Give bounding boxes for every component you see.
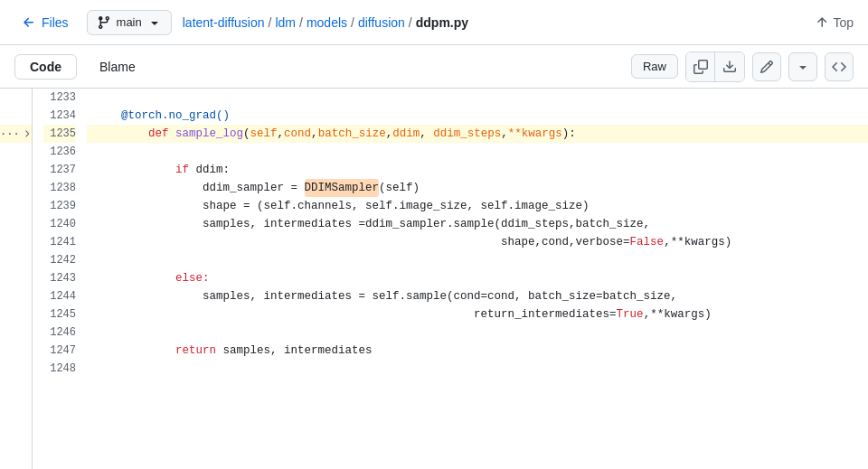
gutter: ··· (0, 89, 33, 469)
code-line-1243: else: (87, 269, 868, 287)
top-bar: Files main latent-diffusion / ldm / mode… (0, 0, 868, 45)
line-num-1248: 1248 (43, 360, 76, 378)
gutter-row (0, 233, 32, 251)
line-num-1233: 1233 (43, 89, 76, 107)
code-line-1239: shape = (self.channels, self.image_size,… (87, 197, 868, 215)
breadcrumb-filename: ddpm.py (416, 15, 468, 30)
arrow-left-icon (22, 15, 36, 30)
breadcrumb: latent-diffusion / ldm / models / diffus… (183, 15, 805, 30)
raw-button[interactable]: Raw (631, 54, 678, 79)
line-num-1243: 1243 (43, 269, 76, 287)
line-num-1244: 1244 (43, 287, 76, 305)
code-line-1236 (87, 143, 868, 161)
code-line-1246 (87, 324, 868, 342)
code-line-1234: @torch.no_grad() (87, 107, 868, 125)
line-num-1239: 1239 (43, 197, 76, 215)
code-line-1242 (87, 251, 868, 269)
code-line-1241: shape,cond,verbose=False,**kwargs) (87, 233, 868, 251)
edit-button[interactable] (752, 52, 781, 81)
breadcrumb-diffusion[interactable]: diffusion (358, 15, 405, 30)
code-line-1245: return_intermediates=True,**kwargs) (87, 305, 868, 324)
toolbar: Code Blame Raw (0, 45, 868, 89)
code-line-1235: def sample_log(self,cond,batch_size,ddim… (87, 125, 868, 143)
expand-icon[interactable] (22, 128, 32, 139)
line-num-1242: 1242 (43, 251, 76, 269)
line-num-1234: 1234 (43, 107, 76, 125)
line-num-1238: 1238 (43, 179, 76, 197)
copy-icon (693, 60, 708, 74)
line-numbers: 1233 1234 1235 1236 1237 1238 1239 1240 … (33, 89, 87, 469)
gutter-row-active: ··· (0, 125, 32, 143)
line-num-1240: 1240 (43, 215, 76, 233)
more-options-button[interactable] (788, 52, 817, 81)
gutter-row (0, 251, 32, 269)
gutter-row (0, 360, 32, 378)
gutter-row (0, 215, 32, 233)
gutter-row (0, 89, 32, 107)
gutter-row (0, 197, 32, 215)
breadcrumb-repo[interactable]: latent-diffusion (183, 15, 265, 30)
code-line-1248 (87, 360, 868, 378)
gutter-row (0, 324, 32, 342)
code-line-1237: if ddim: (87, 161, 868, 179)
code-tab[interactable]: Code (14, 54, 77, 80)
gutter-row (0, 161, 32, 179)
line-num-1235: 1235 (43, 125, 76, 143)
download-icon (722, 60, 737, 74)
arrow-up-icon (815, 15, 829, 30)
line-num-1241: 1241 (43, 233, 76, 251)
gutter-row (0, 179, 32, 197)
copy-download-group (685, 52, 745, 82)
code-icon (832, 60, 846, 74)
line-num-1246: 1246 (43, 324, 76, 342)
pencil-icon (760, 60, 774, 74)
top-link[interactable]: Top (815, 15, 854, 30)
code-line-1240: samples, intermediates =ddim_sampler.sam… (87, 215, 868, 233)
symbols-button[interactable] (825, 52, 854, 81)
back-files-button[interactable]: Files (14, 12, 76, 33)
blame-tab[interactable]: Blame (84, 54, 151, 80)
gutter-row (0, 107, 32, 125)
breadcrumb-ldm[interactable]: ldm (275, 15, 296, 30)
code-container: ··· 1233 1234 1235 1236 (0, 89, 868, 469)
chevron-down-icon (147, 15, 162, 30)
code-lines: @torch.no_grad() def sample_log(self,con… (87, 89, 868, 469)
copy-button[interactable] (686, 52, 715, 81)
chevron-down-small-icon (796, 60, 810, 74)
branch-icon (97, 15, 111, 30)
gutter-row (0, 143, 32, 161)
breadcrumb-models[interactable]: models (307, 15, 347, 30)
gutter-row (0, 342, 32, 360)
code-line-1238: ddim_sampler = DDIMSampler(self) (87, 179, 868, 197)
dots-menu[interactable]: ··· (0, 125, 20, 143)
line-num-1236: 1236 (43, 143, 76, 161)
branch-button[interactable]: main (87, 10, 172, 35)
code-line-1233 (87, 89, 868, 107)
gutter-row (0, 305, 32, 324)
top-label: Top (833, 15, 854, 30)
line-num-1245: 1245 (43, 305, 76, 324)
gutter-row (0, 287, 32, 305)
line-num-1247: 1247 (43, 342, 76, 360)
code-line-1244: samples, intermediates = self.sample(con… (87, 287, 868, 305)
gutter-row (0, 269, 32, 287)
line-num-1237: 1237 (43, 161, 76, 179)
back-label: Files (42, 15, 69, 30)
code-line-1247: return samples, intermediates (87, 342, 868, 360)
download-button[interactable] (715, 52, 744, 81)
branch-label: main (117, 15, 142, 29)
